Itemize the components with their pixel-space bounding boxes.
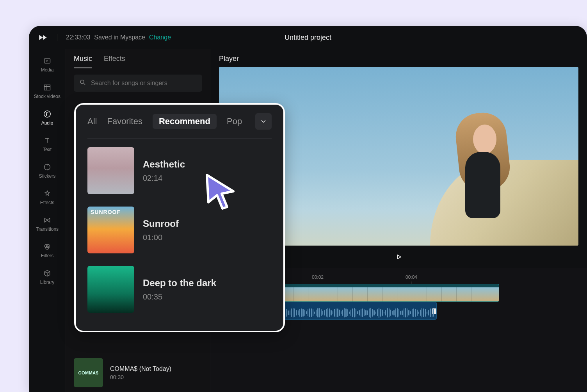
project-title[interactable]: Untitled project (285, 26, 331, 49)
tab-effects[interactable]: Effects (104, 55, 125, 68)
popup-track-row[interactable]: Deep to the dark 00:35 (87, 260, 272, 319)
sidebar-item-text[interactable]: Text (29, 132, 66, 156)
save-location: Saved in Myspace (94, 34, 145, 41)
sidebar-item-filters[interactable]: Filters (29, 238, 66, 262)
popup-track-thumbnail (87, 207, 134, 253)
media-icon (43, 56, 52, 66)
popup-tab-pop[interactable]: Pop (227, 116, 242, 127)
sidebar-label: Audio (41, 120, 53, 126)
topbar: 22:33:03 Saved in Myspace Change Untitle… (29, 26, 587, 49)
popup-track-duration: 00:35 (143, 292, 216, 301)
play-button[interactable] (392, 250, 406, 264)
sidebar-label: Stock videos (34, 94, 60, 99)
sidebar-label: Library (40, 280, 55, 285)
popup-track-row[interactable]: Aesthetic 02:14 (87, 141, 272, 200)
svg-rect-1 (44, 85, 50, 90)
filters-icon (43, 242, 52, 251)
save-timestamp: 22:33:03 (66, 34, 90, 41)
svg-line-13 (84, 83, 85, 85)
sidebar-item-stockvideos[interactable]: Stock videos (29, 79, 66, 103)
sidebar-label: Media (41, 67, 54, 73)
change-location-link[interactable]: Change (149, 34, 171, 41)
sidebar-label: Filters (41, 253, 54, 258)
svg-point-5 (46, 114, 47, 116)
sidebar-item-media[interactable]: Media (29, 52, 66, 77)
transitions-icon (43, 216, 52, 225)
left-rail: Media Stock videos Audio Text Stickers E… (29, 49, 66, 392)
sidebar-item-audio[interactable]: Audio (29, 105, 66, 130)
tick-label: 00:02 (312, 274, 324, 280)
library-icon (43, 269, 52, 278)
svg-point-12 (80, 80, 84, 84)
track-thumbnail: COMMA$ (74, 358, 103, 387)
tick-label: 00:04 (406, 274, 417, 280)
sidebar-item-transitions[interactable]: Transitions (29, 212, 66, 236)
track-title: COMMA$ (Not Today) (110, 365, 171, 372)
sidebar-label: Stickers (39, 173, 56, 179)
text-icon (43, 136, 52, 145)
popup-tab-all[interactable]: All (87, 116, 97, 127)
popup-track-thumbnail (87, 147, 134, 194)
popup-track-duration: 02:14 (143, 174, 185, 183)
popup-track-title: Deep to the dark (143, 278, 216, 289)
stock-videos-icon (43, 83, 52, 92)
popup-tab-favorites[interactable]: Favorites (107, 116, 142, 127)
popup-expand-button[interactable] (255, 113, 272, 130)
sidebar-label: Effects (40, 200, 54, 205)
app-logo-icon (37, 32, 48, 43)
sidebar-item-effects[interactable]: Effects (29, 185, 66, 209)
stickers-icon (43, 162, 52, 172)
music-category-popup: All Favorites Recommend Pop Aesthetic 02… (74, 103, 285, 332)
popup-tab-recommend[interactable]: Recommend (153, 114, 217, 129)
player-label: Player (210, 49, 587, 67)
search-icon (79, 79, 86, 87)
popup-track-thumbnail (87, 266, 134, 313)
popup-track-duration: 01:00 (143, 233, 179, 242)
preview-subject (438, 97, 516, 214)
cursor-overlay-icon (203, 172, 238, 212)
sidebar-label: Transitions (36, 226, 59, 232)
popup-track-title: Aesthetic (143, 159, 185, 170)
track-duration: 00:30 (110, 374, 171, 380)
sidebar-item-library[interactable]: Library (29, 265, 66, 289)
popup-track-title: Sunroof (143, 218, 179, 229)
track-row[interactable]: COMMA$ COMMA$ (Not Today) 00:30 (66, 353, 210, 392)
effects-icon (43, 189, 52, 198)
sidebar-item-stickers[interactable]: Stickers (29, 159, 66, 183)
tab-music[interactable]: Music (74, 55, 92, 68)
divider (57, 34, 57, 41)
svg-point-4 (44, 111, 51, 118)
chevron-down-icon (260, 118, 267, 125)
audio-icon (43, 109, 52, 119)
popup-track-row[interactable]: Sunroof 01:00 (87, 200, 272, 260)
search-input[interactable] (74, 75, 202, 92)
sidebar-label: Text (43, 147, 52, 152)
